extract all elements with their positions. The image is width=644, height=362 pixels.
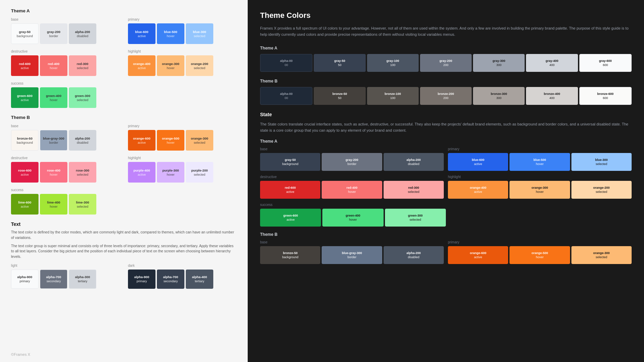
state-section: State The State colors translate crucial…	[260, 112, 632, 265]
r-gray-50-cell: gray-50 50	[314, 54, 365, 72]
state-b-primary-row: orange-600 active orange-500 hover orang…	[448, 246, 632, 264]
r-s-green-600: green-600 active	[260, 209, 321, 227]
theme-b-title: Theme B	[11, 115, 237, 120]
purple-200-cell: purple-200 selected	[186, 162, 213, 183]
r-bronze-50-cell: bronze-50 50	[314, 87, 365, 105]
orange-400-cell: orange-400 active	[128, 55, 155, 76]
green-600-cell: green-600 active	[11, 87, 39, 108]
r-bronze-100-cell: bronze-100 100	[367, 87, 419, 105]
green-400-cell: green-400 hover	[40, 87, 67, 108]
highlight-label: highlight	[128, 50, 237, 53]
r-gray-100-cell: gray-100 100	[367, 54, 419, 72]
dark-label: dark	[128, 264, 237, 267]
r-bronze-600-cell: bronze-600 600	[579, 87, 632, 105]
success-label-a: success	[11, 81, 237, 85]
blue-300-cell: blue-300 selected	[186, 23, 213, 44]
theme-a-highlight-row: orange-400 active orange-300 hover orang…	[128, 55, 237, 76]
state-b-base-label: base	[260, 240, 444, 244]
r-s-orange-300: orange-300 hover	[509, 181, 570, 199]
state-destructive-label: destructive	[260, 175, 444, 179]
text-section: Text The text color is defined by the co…	[11, 221, 237, 292]
right-theme-b-label: Theme B	[260, 79, 632, 84]
text-dark-row: alpha-900 primary alpha-700 secondary al…	[128, 270, 237, 289]
theme-a-title: Theme A	[11, 8, 237, 13]
theme-a-destructive-row: red-600 active red-400 hover red-300 sel…	[11, 55, 120, 76]
primary-label: primary	[128, 18, 237, 21]
theme-b-destructive-row: rose-600 active rose-400 hover rose-300 …	[11, 162, 120, 183]
blue-600-cell: blue-600 active	[128, 23, 155, 44]
right-desc: Frames X provides a full spectrum of UI …	[260, 25, 632, 37]
bronze-50-cell: bronze-50 background	[11, 130, 39, 151]
state-highlight-label: highlight	[448, 175, 632, 179]
text-light-row: alpha-900 primary alpha-700 secondary al…	[11, 270, 120, 289]
state-a-base-row: gray-50 background gray-200 border alpha…	[260, 153, 444, 171]
orange-200-cell: orange-200 selected	[186, 55, 213, 76]
state-title: State	[260, 112, 632, 117]
red-400-cell: red-400 hover	[40, 55, 67, 76]
orange-500-cell: orange-500 hover	[157, 130, 184, 151]
r-s-orange-600: orange-600 active	[448, 246, 508, 264]
orange-300b-cell: orange-300 selected	[186, 130, 213, 151]
alpha-200b-cell: alpha-200 disabled	[69, 130, 96, 151]
state-primary-label: primary	[448, 147, 632, 151]
theme-b-success-row: lime-600 active lime-400 hover lime-300 …	[11, 194, 237, 215]
gray-50-cell: gray-50 background	[11, 23, 39, 44]
state-desc: The State colors translate crucial inter…	[260, 121, 632, 133]
alpha-700-light-cell: alpha-700 secondary	[40, 270, 67, 289]
lime-300-cell: lime-300 selected	[69, 194, 96, 215]
r-gray-600-cell: gray-600 600	[579, 54, 632, 72]
r-s-gray-200: gray-200 border	[322, 153, 382, 171]
right-theme-a-block: Theme A alpha-00 00 gray-50 50 gray-100 …	[260, 46, 632, 72]
purple-300-cell: purple-300 hover	[157, 162, 184, 183]
r-s-red-400: red-400 hover	[322, 181, 382, 199]
red-300-cell: red-300 selected	[69, 55, 96, 76]
base-label: base	[11, 18, 120, 21]
orange-300-cell: orange-300 hover	[157, 55, 184, 76]
theme-a-base-row: gray-50 background gray-200 border alpha…	[11, 23, 120, 44]
primary-label-b: primary	[128, 124, 237, 128]
right-theme-b-bronze-row: alpha-00 00 bronze-50 50 bronze-100 100 …	[260, 87, 632, 105]
theme-b-primary-row: orange-600 active orange-500 hover orang…	[128, 130, 237, 151]
state-a-primary-row: blue-600 active blue-500 hover blue-300 …	[448, 153, 632, 171]
state-a-destructive-row: red-600 active red-400 hover red-300 sel…	[260, 181, 444, 199]
state-base-label: base	[260, 147, 444, 151]
bluegray-300-cell: blue-gray-300 border	[40, 130, 67, 151]
rose-300-cell: rose-300 selected	[69, 162, 96, 183]
red-600-cell: red-600 active	[11, 55, 39, 76]
base-label-b: base	[11, 124, 120, 128]
r-s-orange-500: orange-500 hover	[509, 246, 570, 264]
right-panel: Theme Colors Frames X provides a full sp…	[248, 0, 644, 362]
alpha-300-light-cell: alpha-300 tertiary	[69, 270, 96, 289]
state-success-label: success	[260, 203, 632, 207]
r-s-blue-300: blue-300 selected	[571, 153, 632, 171]
state-a-highlight-row: orange-400 active orange-300 hover orang…	[448, 181, 632, 199]
theme-a-success-row: green-600 active green-400 hover green-3…	[11, 87, 237, 108]
text-para1: The text color is defined by the color m…	[11, 230, 237, 241]
text-para2: The text color group is super minimal an…	[11, 243, 237, 260]
r-s-alpha-200b: alpha-200 disabled	[384, 246, 444, 264]
state-a-success-row: green-600 active green-400 hover green-3…	[260, 209, 446, 227]
r-s-green-400: green-400 hover	[322, 209, 383, 227]
highlight-label-b: highlight	[128, 156, 237, 160]
light-label: light	[11, 264, 120, 267]
r-alpha-00-cell: alpha-00 00	[260, 54, 312, 72]
r-s-red-600: red-600 active	[260, 181, 320, 199]
r-s-gray-50: gray-50 background	[260, 153, 320, 171]
alpha-700-dark-cell: alpha-700 secondary	[157, 270, 184, 289]
alpha-400-dark-cell: alpha-400 tertiary	[186, 270, 213, 289]
green-300-cell: green-300 selected	[69, 87, 96, 108]
theme-a-primary-row: blue-600 active blue-500 hover blue-300 …	[128, 23, 237, 44]
r-gray-200-cell: gray-200 200	[420, 54, 472, 72]
text-title: Text	[11, 221, 237, 227]
right-title: Theme Colors	[260, 11, 632, 20]
r-s-orange-300b: orange-300 selected	[571, 246, 632, 264]
state-theme-b-label: Theme B	[260, 232, 632, 237]
r-bronze-200-cell: bronze-200 200	[420, 87, 472, 105]
theme-b-highlight-row: purple-400 active purple-300 hover purpl…	[128, 162, 237, 183]
rose-400-cell: rose-400 hover	[40, 162, 67, 183]
r-s-orange-400: orange-400 active	[448, 181, 508, 199]
lime-400-cell: lime-400 hover	[40, 194, 67, 215]
destructive-label-b: destructive	[11, 156, 120, 160]
right-theme-a-gray-row: alpha-00 00 gray-50 50 gray-100 100 gray…	[260, 54, 632, 72]
state-b-base-row: bronze-50 background blue-gray-300 borde…	[260, 246, 444, 264]
